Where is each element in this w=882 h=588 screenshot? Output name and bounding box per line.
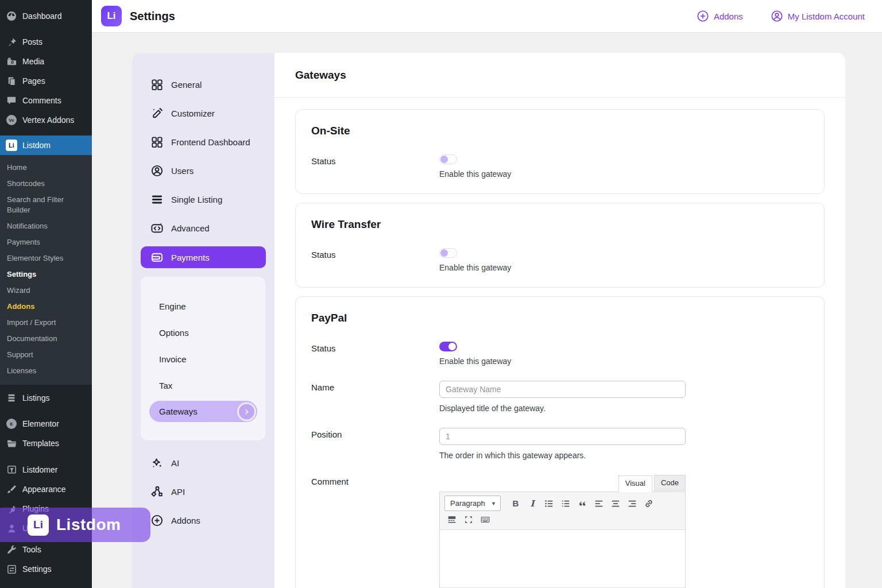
payments-sub-gateways-active[interactable]: Gateways (149, 401, 257, 422)
link-button[interactable] (641, 497, 656, 510)
editor-tab-visual[interactable]: Visual (618, 475, 652, 492)
submenu-item-import-export[interactable]: Import / Export (0, 315, 92, 331)
blockquote-button[interactable] (575, 497, 590, 510)
align-right-button[interactable] (625, 497, 640, 510)
submenu-item-home[interactable]: Home (0, 160, 92, 176)
editor-tab-code[interactable]: Code (654, 475, 686, 491)
gateway-position-input[interactable] (439, 428, 686, 445)
gateway-card-paypal: PayPal Status Enable this gateway Name D… (295, 296, 825, 588)
settings-nav-single-listing[interactable]: Single Listing (132, 185, 274, 214)
list-bars-icon (150, 193, 164, 206)
account-icon (771, 10, 783, 22)
submenu-item-support[interactable]: Support (0, 347, 92, 363)
settings-nav-general[interactable]: General (132, 70, 274, 99)
top-bar: Li Settings Addons My Listdom Account (92, 0, 882, 33)
sidebar-item-posts[interactable]: Posts (0, 32, 92, 52)
read-more-button[interactable] (444, 513, 459, 527)
sidebar-item-vertex-addons[interactable]: VeVertex Addons (0, 110, 92, 130)
comment-editor: Visual Code Paragraph▼ B I (439, 475, 686, 588)
settings-nav-frontend-dashboard[interactable]: Frontend Dashboard (132, 127, 274, 156)
submenu-item-search-filter-builder[interactable]: Search and Filter Builder (0, 192, 92, 218)
align-center-button[interactable] (608, 497, 623, 510)
field-label: Status (311, 154, 439, 179)
user-circle-icon (150, 164, 164, 177)
sidebar-item-comments[interactable]: Comments (0, 91, 92, 110)
gateway-card-wire-transfer: Wire Transfer Status Enable this gateway (295, 203, 825, 288)
bold-button[interactable]: B (508, 497, 523, 510)
align-left-button[interactable] (591, 497, 606, 510)
sidebar-item-listings[interactable]: Listings (0, 388, 92, 408)
submenu-item-elementor-styles[interactable]: Elementor Styles (0, 250, 92, 266)
gateway-name-input[interactable] (439, 381, 686, 398)
paypal-status-toggle[interactable] (439, 342, 457, 351)
payments-sub-options[interactable]: Options (141, 319, 265, 346)
sidebar-item-templates[interactable]: Templates (0, 434, 92, 453)
settings-nav-payments-active[interactable]: Payments (141, 246, 266, 268)
toggle-knob (440, 249, 448, 257)
keyboard-shortcuts-button[interactable] (478, 513, 493, 527)
submenu-item-licenses[interactable]: Licenses (0, 363, 92, 379)
paragraph-format-select[interactable]: Paragraph▼ (444, 496, 501, 511)
payments-sub-invoice[interactable]: Invoice (141, 346, 265, 372)
pages-icon (6, 75, 17, 87)
field-label: Comment (311, 475, 439, 588)
sidebar-item-label: Dashboard (22, 11, 62, 21)
settings-nav-users[interactable]: Users (132, 156, 274, 185)
listdom-overlay-badge: Li Listdom (0, 508, 150, 542)
settings-nav-ai[interactable]: AI (132, 448, 274, 477)
submenu-item-documentation[interactable]: Documentation (0, 331, 92, 347)
bulleted-list-button[interactable] (541, 497, 556, 510)
sidebar-item-media[interactable]: Media (0, 52, 92, 71)
submenu-item-wizard[interactable]: Wizard (0, 283, 92, 299)
sidebar-item-dashboard[interactable]: Dashboard (0, 6, 92, 26)
code-box-icon (150, 222, 164, 235)
sidebar-item-pages[interactable]: Pages (0, 71, 92, 91)
onsite-status-toggle[interactable] (439, 154, 457, 164)
chevron-right-icon[interactable] (237, 402, 256, 421)
sidebar-separator (0, 26, 92, 32)
nodes-icon (150, 485, 164, 498)
toggle-caption: Enable this gateway (439, 357, 686, 366)
sidebar-item-label: Settings (22, 564, 52, 574)
sidebar-item-settings[interactable]: Settings (0, 559, 92, 579)
comment-bubble-icon (6, 95, 17, 106)
camera-icon (6, 56, 17, 67)
settings-nav-customizer[interactable]: Customizer (132, 99, 274, 127)
editor-content-area[interactable] (440, 530, 685, 587)
sidebar-item-appearance[interactable]: Appearance (0, 479, 92, 499)
sidebar-item-listdomer[interactable]: Listdomer (0, 460, 92, 479)
settings-nav-addons[interactable]: Addons (132, 506, 274, 535)
payments-sub-engine[interactable]: Engine (141, 293, 265, 319)
wire-status-toggle[interactable] (439, 248, 457, 258)
addons-link[interactable]: Addons (697, 10, 743, 22)
submenu-item-notifications[interactable]: Notifications (0, 218, 92, 234)
sidebar-separator (0, 130, 92, 136)
sidebar-item-label: Templates (22, 439, 59, 448)
sidebar-item-listdom[interactable]: LiListdom (0, 136, 92, 155)
numbered-list-button[interactable] (558, 497, 573, 510)
fullscreen-button[interactable] (461, 513, 476, 527)
wrench-icon (6, 544, 17, 555)
submenu-item-shortcodes[interactable]: Shortcodes (0, 176, 92, 192)
sidebar-item-label: Comments (22, 96, 61, 105)
submenu-item-addons[interactable]: Addons (0, 299, 92, 315)
italic-button[interactable]: I (525, 497, 540, 510)
settings-nav-advanced[interactable]: Advanced (132, 214, 274, 242)
sidebar-item-elementor[interactable]: EElementor (0, 414, 92, 434)
editor-tabs: Visual Code (439, 475, 686, 492)
gateway-card-onsite: On-Site Status Enable this gateway (295, 109, 825, 194)
main-header: Gateways (274, 53, 845, 98)
chevron-down-icon: ▼ (491, 501, 496, 506)
my-listdom-account-link[interactable]: My Listdom Account (771, 10, 865, 22)
submenu-item-settings[interactable]: Settings (0, 266, 92, 283)
plus-circle-icon (150, 514, 164, 527)
brush-icon (6, 483, 17, 495)
settings-nav-api[interactable]: API (132, 477, 274, 506)
sidebar-separator (0, 453, 92, 460)
payments-sub-tax[interactable]: Tax (141, 372, 265, 399)
position-row: Position The order in which this gateway… (311, 428, 808, 460)
sidebar-item-tools[interactable]: Tools (0, 540, 92, 559)
gateway-title: Wire Transfer (311, 218, 808, 231)
sidebar-item-label: Posts (22, 37, 42, 47)
submenu-item-payments[interactable]: Payments (0, 234, 92, 250)
